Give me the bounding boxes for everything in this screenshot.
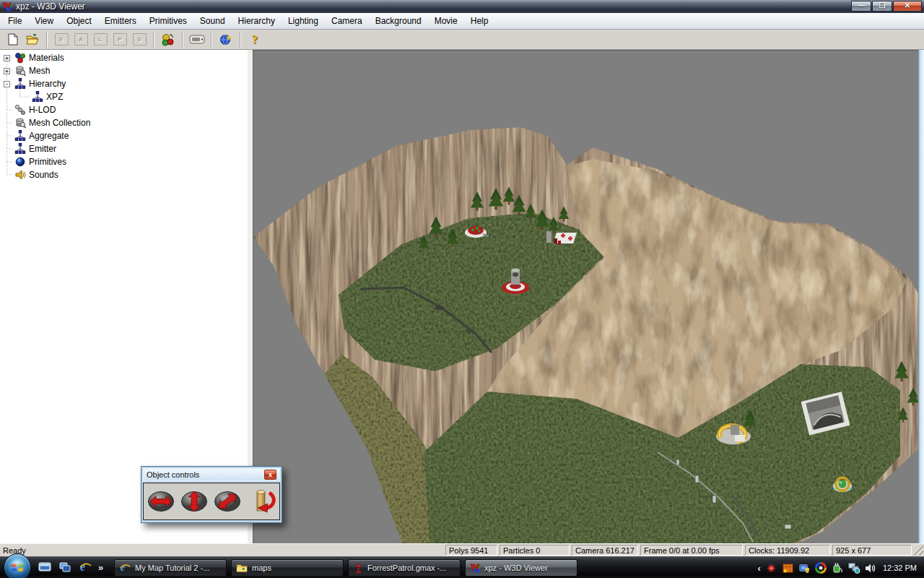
save-lod-button[interactable]: L bbox=[92, 31, 109, 48]
mesh-icon bbox=[14, 65, 26, 77]
tray-grid-app-icon[interactable] bbox=[782, 562, 794, 574]
add-object-button[interactable] bbox=[217, 31, 235, 48]
menu-camera[interactable]: Camera bbox=[325, 13, 369, 29]
dialog-title: Object controls bbox=[147, 470, 264, 479]
tray-chevron[interactable]: ‹ bbox=[758, 563, 761, 574]
tree-expander[interactable]: - bbox=[4, 81, 10, 87]
tree-expander[interactable]: + bbox=[4, 55, 10, 61]
aggregate-icon bbox=[14, 130, 26, 142]
menu-sound[interactable]: Sound bbox=[193, 13, 232, 29]
taskbar-button-my-map-tutorial[interactable]: e My Map Tutorial 2 -... bbox=[114, 559, 227, 577]
rotate-z-button[interactable] bbox=[245, 485, 276, 518]
menu-file[interactable]: File bbox=[1, 13, 28, 29]
quick-launch: e » bbox=[38, 560, 103, 574]
status-polys: Polys 9541 bbox=[445, 545, 497, 556]
widescreen-toggle-icon bbox=[189, 35, 205, 44]
mesh-collection-icon bbox=[14, 117, 26, 129]
rotate-y-button[interactable] bbox=[178, 485, 210, 518]
menu-help[interactable]: Help bbox=[464, 13, 495, 29]
tree-item-label: XPZ bbox=[46, 92, 63, 102]
title-bar[interactable]: xpz - W3D Viewer — ❐ ✕ bbox=[0, 0, 924, 13]
hierarchy-icon bbox=[14, 78, 26, 90]
menu-movie[interactable]: Movie bbox=[428, 13, 464, 29]
status-ready: Ready bbox=[0, 546, 445, 555]
w3d-viewer-window: xpz - W3D Viewer — ❐ ✕ File View Object … bbox=[0, 0, 924, 556]
help-icon: ? bbox=[252, 33, 258, 46]
tray-messenger-icon[interactable] bbox=[798, 562, 811, 574]
open-file-button[interactable] bbox=[24, 31, 41, 48]
taskbar-button-maps[interactable]: maps bbox=[231, 559, 344, 577]
tree-expander[interactable]: + bbox=[4, 68, 10, 74]
rotate-diagonal-button[interactable] bbox=[212, 485, 243, 518]
primitives-icon bbox=[14, 156, 26, 168]
tree-item-label: Emitter bbox=[29, 144, 56, 154]
taskbar-clock[interactable]: 12:32 PM bbox=[881, 564, 921, 572]
save-emitter-button[interactable]: E bbox=[53, 31, 70, 48]
taskbar-button-w3d-viewer[interactable]: xpz - W3D Viewer bbox=[465, 559, 578, 577]
power-plug-icon[interactable] bbox=[832, 562, 844, 574]
rotate-x-button[interactable] bbox=[145, 485, 177, 518]
tray-alert-icon[interactable] bbox=[765, 562, 777, 574]
internet-explorer-icon[interactable]: e bbox=[78, 560, 92, 574]
animation-bar-button[interactable] bbox=[188, 31, 206, 48]
maximize-button[interactable]: ❐ bbox=[872, 1, 892, 12]
menu-hierarchy[interactable]: Hierarchy bbox=[232, 13, 282, 29]
network-icon[interactable] bbox=[848, 562, 860, 574]
tree-item-label: Materials bbox=[29, 53, 64, 63]
gmax-icon bbox=[353, 563, 364, 574]
menu-background[interactable]: Background bbox=[369, 13, 428, 29]
minimize-button[interactable]: — bbox=[851, 1, 871, 12]
status-clocks: Clocks: 11909.92 bbox=[745, 545, 830, 556]
status-frame: Frame 0/0 at 0.00 fps bbox=[640, 545, 743, 556]
globe-add-icon bbox=[219, 33, 232, 46]
toolbar-separator bbox=[153, 33, 154, 47]
scene-settings-button[interactable] bbox=[160, 31, 177, 48]
save-aggregate-icon: A bbox=[74, 33, 88, 46]
switch-windows-icon[interactable] bbox=[58, 560, 72, 574]
dialog-close-button[interactable]: x bbox=[264, 470, 276, 480]
resize-grip[interactable] bbox=[914, 545, 923, 555]
client-area: + Materials + Mesh - Hierarchy bbox=[0, 50, 924, 543]
menu-emitters[interactable]: Emitters bbox=[98, 13, 143, 29]
menu-primitives[interactable]: Primitives bbox=[143, 13, 193, 29]
tree-item-label: Hierarchy bbox=[29, 79, 66, 89]
rotate-vertical-icon bbox=[180, 489, 209, 514]
menu-object[interactable]: Object bbox=[60, 13, 98, 29]
tree-item-label: Mesh bbox=[29, 66, 50, 76]
overflow-chevron[interactable]: » bbox=[98, 562, 103, 573]
rotate-axis-icon bbox=[245, 487, 276, 516]
tree-item-label: Mesh Collection bbox=[29, 118, 90, 128]
window-title: xpz - W3D Viewer bbox=[16, 1, 85, 12]
volume-icon[interactable] bbox=[865, 562, 877, 574]
tree-item-label: Primitives bbox=[29, 157, 66, 167]
toolbar-separator bbox=[240, 33, 241, 47]
tree-item-label: Sounds bbox=[29, 170, 58, 180]
object-controls-dialog[interactable]: Object controls x bbox=[141, 466, 282, 523]
help-button[interactable]: ? bbox=[246, 31, 263, 48]
save-emitter-icon: E bbox=[55, 33, 69, 46]
show-desktop-icon[interactable] bbox=[38, 560, 52, 574]
window-border-right bbox=[918, 50, 924, 543]
tray-swirl-icon[interactable] bbox=[815, 562, 827, 574]
tree-item-label: H-LOD bbox=[29, 105, 56, 115]
viewport-3d-scene[interactable] bbox=[253, 51, 918, 543]
new-document-icon bbox=[8, 33, 19, 46]
emitter-icon bbox=[14, 143, 26, 155]
rotate-horizontal-icon bbox=[147, 489, 175, 514]
new-file-button[interactable] bbox=[4, 31, 22, 48]
taskbar-button-forrestpatrol[interactable]: ForrestPatrol.gmax -... bbox=[348, 559, 461, 577]
sounds-icon bbox=[14, 169, 26, 181]
viewport-3d[interactable] bbox=[253, 50, 918, 543]
menu-view[interactable]: View bbox=[28, 13, 60, 29]
start-button[interactable] bbox=[4, 553, 31, 578]
save-sounds-button[interactable]: S bbox=[131, 31, 148, 48]
ie-icon: e bbox=[119, 562, 131, 574]
object-controls-titlebar[interactable]: Object controls x bbox=[143, 468, 280, 481]
save-aggregate-button[interactable]: A bbox=[72, 31, 90, 48]
save-primitives-button[interactable]: P bbox=[111, 31, 128, 48]
tree-item-label: Aggregate bbox=[29, 131, 69, 141]
windows-taskbar: e » e My Map Tutorial 2 -... maps Forres… bbox=[0, 556, 924, 578]
close-button[interactable]: ✕ bbox=[893, 1, 922, 12]
menu-lighting[interactable]: Lighting bbox=[282, 13, 325, 29]
save-sounds-icon: S bbox=[133, 33, 147, 46]
